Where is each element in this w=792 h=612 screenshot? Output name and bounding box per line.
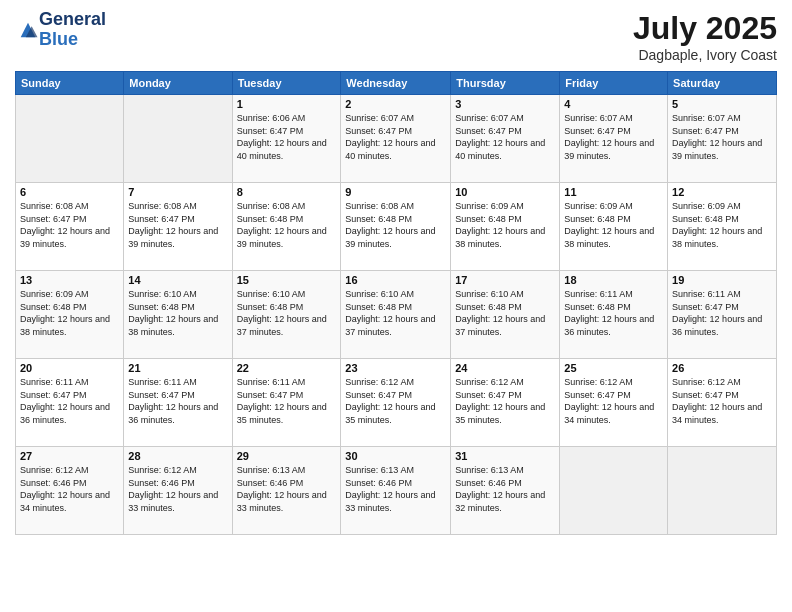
calendar-body: 1Sunrise: 6:06 AMSunset: 6:47 PMDaylight… (16, 95, 777, 535)
day-info: Sunrise: 6:08 AMSunset: 6:47 PMDaylight:… (128, 200, 227, 250)
day-cell: 30Sunrise: 6:13 AMSunset: 6:46 PMDayligh… (341, 447, 451, 535)
day-cell: 11Sunrise: 6:09 AMSunset: 6:48 PMDayligh… (560, 183, 668, 271)
day-info: Sunrise: 6:08 AMSunset: 6:48 PMDaylight:… (237, 200, 337, 250)
weekday-thursday: Thursday (451, 72, 560, 95)
day-info: Sunrise: 6:09 AMSunset: 6:48 PMDaylight:… (672, 200, 772, 250)
weekday-tuesday: Tuesday (232, 72, 341, 95)
day-number: 26 (672, 362, 772, 374)
day-cell (16, 95, 124, 183)
day-info: Sunrise: 6:10 AMSunset: 6:48 PMDaylight:… (455, 288, 555, 338)
day-number: 24 (455, 362, 555, 374)
week-row-5: 27Sunrise: 6:12 AMSunset: 6:46 PMDayligh… (16, 447, 777, 535)
day-info: Sunrise: 6:12 AMSunset: 6:46 PMDaylight:… (20, 464, 119, 514)
day-cell: 14Sunrise: 6:10 AMSunset: 6:48 PMDayligh… (124, 271, 232, 359)
day-info: Sunrise: 6:07 AMSunset: 6:47 PMDaylight:… (672, 112, 772, 162)
day-cell: 6Sunrise: 6:08 AMSunset: 6:47 PMDaylight… (16, 183, 124, 271)
day-cell: 4Sunrise: 6:07 AMSunset: 6:47 PMDaylight… (560, 95, 668, 183)
day-info: Sunrise: 6:10 AMSunset: 6:48 PMDaylight:… (128, 288, 227, 338)
day-cell (668, 447, 777, 535)
day-cell: 2Sunrise: 6:07 AMSunset: 6:47 PMDaylight… (341, 95, 451, 183)
day-info: Sunrise: 6:11 AMSunset: 6:47 PMDaylight:… (672, 288, 772, 338)
day-cell: 12Sunrise: 6:09 AMSunset: 6:48 PMDayligh… (668, 183, 777, 271)
day-cell: 25Sunrise: 6:12 AMSunset: 6:47 PMDayligh… (560, 359, 668, 447)
day-info: Sunrise: 6:08 AMSunset: 6:48 PMDaylight:… (345, 200, 446, 250)
day-info: Sunrise: 6:07 AMSunset: 6:47 PMDaylight:… (564, 112, 663, 162)
day-cell: 9Sunrise: 6:08 AMSunset: 6:48 PMDaylight… (341, 183, 451, 271)
day-number: 12 (672, 186, 772, 198)
week-row-4: 20Sunrise: 6:11 AMSunset: 6:47 PMDayligh… (16, 359, 777, 447)
day-number: 9 (345, 186, 446, 198)
day-number: 11 (564, 186, 663, 198)
day-number: 22 (237, 362, 337, 374)
weekday-wednesday: Wednesday (341, 72, 451, 95)
day-cell: 8Sunrise: 6:08 AMSunset: 6:48 PMDaylight… (232, 183, 341, 271)
day-info: Sunrise: 6:13 AMSunset: 6:46 PMDaylight:… (455, 464, 555, 514)
day-info: Sunrise: 6:11 AMSunset: 6:48 PMDaylight:… (564, 288, 663, 338)
day-number: 16 (345, 274, 446, 286)
weekday-header-row: SundayMondayTuesdayWednesdayThursdayFrid… (16, 72, 777, 95)
day-cell: 28Sunrise: 6:12 AMSunset: 6:46 PMDayligh… (124, 447, 232, 535)
day-info: Sunrise: 6:13 AMSunset: 6:46 PMDaylight:… (345, 464, 446, 514)
day-info: Sunrise: 6:09 AMSunset: 6:48 PMDaylight:… (20, 288, 119, 338)
day-info: Sunrise: 6:11 AMSunset: 6:47 PMDaylight:… (128, 376, 227, 426)
day-number: 5 (672, 98, 772, 110)
day-cell: 19Sunrise: 6:11 AMSunset: 6:47 PMDayligh… (668, 271, 777, 359)
day-info: Sunrise: 6:07 AMSunset: 6:47 PMDaylight:… (345, 112, 446, 162)
logo-text-blue: Blue (39, 30, 106, 50)
day-number: 1 (237, 98, 337, 110)
day-cell: 18Sunrise: 6:11 AMSunset: 6:48 PMDayligh… (560, 271, 668, 359)
day-cell: 20Sunrise: 6:11 AMSunset: 6:47 PMDayligh… (16, 359, 124, 447)
weekday-friday: Friday (560, 72, 668, 95)
week-row-3: 13Sunrise: 6:09 AMSunset: 6:48 PMDayligh… (16, 271, 777, 359)
day-cell: 31Sunrise: 6:13 AMSunset: 6:46 PMDayligh… (451, 447, 560, 535)
day-number: 2 (345, 98, 446, 110)
day-number: 6 (20, 186, 119, 198)
day-number: 15 (237, 274, 337, 286)
month-title: July 2025 (633, 10, 777, 47)
title-block: July 2025 Dagbaple, Ivory Coast (633, 10, 777, 63)
day-info: Sunrise: 6:13 AMSunset: 6:46 PMDaylight:… (237, 464, 337, 514)
day-number: 30 (345, 450, 446, 462)
header: General Blue July 2025 Dagbaple, Ivory C… (15, 10, 777, 63)
day-number: 27 (20, 450, 119, 462)
calendar-table: SundayMondayTuesdayWednesdayThursdayFrid… (15, 71, 777, 535)
day-info: Sunrise: 6:12 AMSunset: 6:47 PMDaylight:… (345, 376, 446, 426)
day-cell (124, 95, 232, 183)
day-number: 21 (128, 362, 227, 374)
day-number: 31 (455, 450, 555, 462)
day-cell: 26Sunrise: 6:12 AMSunset: 6:47 PMDayligh… (668, 359, 777, 447)
day-info: Sunrise: 6:09 AMSunset: 6:48 PMDaylight:… (564, 200, 663, 250)
day-cell: 13Sunrise: 6:09 AMSunset: 6:48 PMDayligh… (16, 271, 124, 359)
day-info: Sunrise: 6:12 AMSunset: 6:47 PMDaylight:… (672, 376, 772, 426)
day-cell: 17Sunrise: 6:10 AMSunset: 6:48 PMDayligh… (451, 271, 560, 359)
day-number: 28 (128, 450, 227, 462)
day-info: Sunrise: 6:09 AMSunset: 6:48 PMDaylight:… (455, 200, 555, 250)
day-cell: 24Sunrise: 6:12 AMSunset: 6:47 PMDayligh… (451, 359, 560, 447)
day-info: Sunrise: 6:12 AMSunset: 6:46 PMDaylight:… (128, 464, 227, 514)
day-info: Sunrise: 6:10 AMSunset: 6:48 PMDaylight:… (345, 288, 446, 338)
day-number: 13 (20, 274, 119, 286)
day-info: Sunrise: 6:06 AMSunset: 6:47 PMDaylight:… (237, 112, 337, 162)
day-number: 20 (20, 362, 119, 374)
day-number: 3 (455, 98, 555, 110)
day-number: 10 (455, 186, 555, 198)
logo: General Blue (15, 10, 106, 50)
weekday-saturday: Saturday (668, 72, 777, 95)
day-cell: 22Sunrise: 6:11 AMSunset: 6:47 PMDayligh… (232, 359, 341, 447)
day-cell (560, 447, 668, 535)
day-info: Sunrise: 6:10 AMSunset: 6:48 PMDaylight:… (237, 288, 337, 338)
day-info: Sunrise: 6:07 AMSunset: 6:47 PMDaylight:… (455, 112, 555, 162)
day-cell: 10Sunrise: 6:09 AMSunset: 6:48 PMDayligh… (451, 183, 560, 271)
day-number: 19 (672, 274, 772, 286)
day-number: 18 (564, 274, 663, 286)
day-info: Sunrise: 6:11 AMSunset: 6:47 PMDaylight:… (237, 376, 337, 426)
day-number: 23 (345, 362, 446, 374)
day-cell: 3Sunrise: 6:07 AMSunset: 6:47 PMDaylight… (451, 95, 560, 183)
day-number: 25 (564, 362, 663, 374)
logo-icon (17, 19, 39, 41)
day-cell: 15Sunrise: 6:10 AMSunset: 6:48 PMDayligh… (232, 271, 341, 359)
day-info: Sunrise: 6:12 AMSunset: 6:47 PMDaylight:… (455, 376, 555, 426)
day-cell: 7Sunrise: 6:08 AMSunset: 6:47 PMDaylight… (124, 183, 232, 271)
day-number: 7 (128, 186, 227, 198)
day-number: 4 (564, 98, 663, 110)
